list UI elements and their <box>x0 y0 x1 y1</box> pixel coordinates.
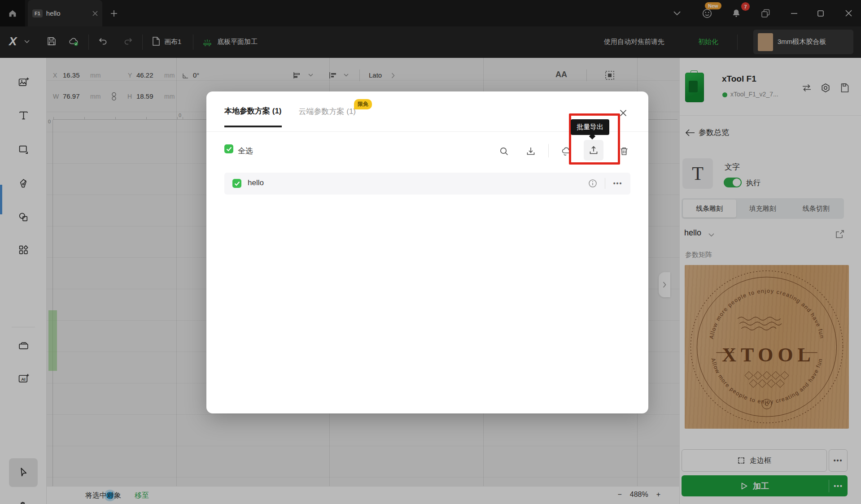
scheme-item-name: hello <box>248 178 264 187</box>
item-checkbox[interactable] <box>232 179 241 188</box>
select-all-label: 全选 <box>238 146 253 156</box>
item-info-button[interactable] <box>587 178 598 189</box>
tab-cloud-label: 云端参数方案 (1) <box>299 107 356 116</box>
check-icon <box>234 181 240 186</box>
item-more-button[interactable]: ••• <box>612 178 623 189</box>
search-icon <box>499 147 509 156</box>
cloud-sync-button[interactable] <box>561 145 573 157</box>
parameter-scheme-modal: 本地参数方案 (1) 云端参数方案 (1) 限免 全选 <box>206 91 648 413</box>
export-icon <box>589 145 599 155</box>
info-icon <box>588 179 597 188</box>
delete-button[interactable] <box>618 145 630 157</box>
item-divider <box>605 178 605 189</box>
scheme-list-item[interactable]: hello ••• <box>224 173 630 195</box>
select-all-checkbox[interactable] <box>224 144 233 153</box>
icon-divider <box>548 144 549 157</box>
batch-export-tooltip: 批量导出 <box>571 119 609 135</box>
batch-export-button[interactable] <box>584 140 603 161</box>
more-icon: ••• <box>613 180 623 187</box>
cloud-icon <box>561 146 572 156</box>
import-button[interactable] <box>525 145 537 157</box>
trash-icon <box>619 146 629 156</box>
import-icon <box>526 146 536 156</box>
check-icon <box>226 147 232 152</box>
search-button[interactable] <box>498 145 510 157</box>
modal-tabs: 本地参数方案 (1) 云端参数方案 (1) 限免 <box>224 106 356 127</box>
tab-local-schemes[interactable]: 本地参数方案 (1) <box>224 106 282 127</box>
limited-free-badge: 限免 <box>354 99 372 109</box>
app-window: F1 hello New 7 X <box>0 0 861 504</box>
close-icon <box>620 109 627 117</box>
tab-cloud-schemes[interactable]: 云端参数方案 (1) 限免 <box>299 106 356 117</box>
modal-close-button[interactable] <box>617 107 629 119</box>
